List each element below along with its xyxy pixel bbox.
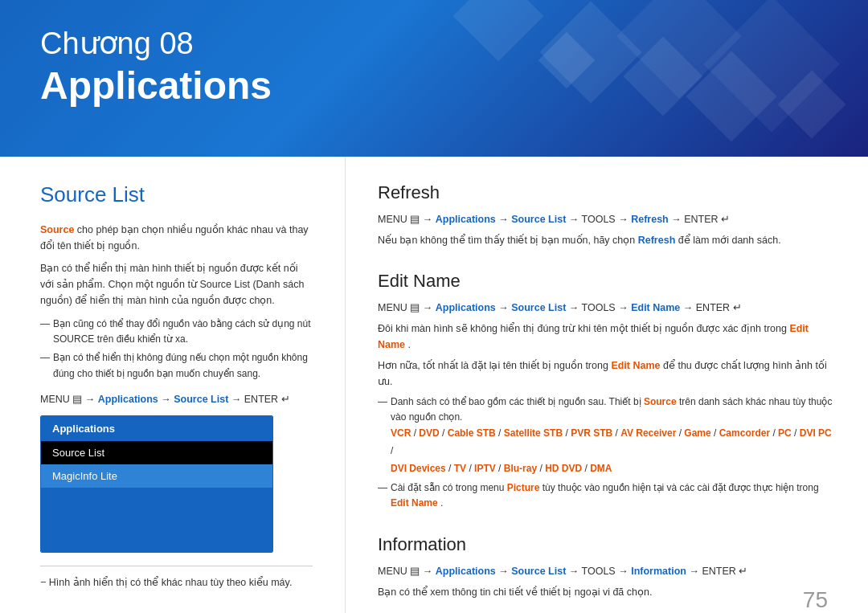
bullet-item-1: Bạn cũng có thể thay đổi nguồn vào bằng … (40, 317, 313, 347)
chapter-title: Applications (40, 63, 828, 109)
chapter-label: Chương 08 (40, 26, 828, 63)
information-desc: Bạn có thể xem thông tin chi tiết về thi… (378, 584, 836, 600)
editname-bullet-list: Danh sách có thể bao gồm các thiết bị ng… (378, 394, 836, 512)
mockup-header-label: Applications (41, 416, 272, 441)
mockup-selected-item: Source List (41, 441, 272, 464)
left-column: Source List Source cho phép bạn chọn nhi… (0, 157, 346, 613)
refresh-desc: Nếu bạn không thể tìm thấy thiết bị bạn … (378, 232, 836, 248)
refresh-menu-path: MENU ▤ → Applications → Source List → TO… (378, 211, 836, 227)
source-intro-p2: Bạn có thể hiển thị màn hình thiết bị ng… (40, 260, 313, 309)
source-bullet-list: Bạn cũng có thể thay đổi nguồn vào bằng … (40, 317, 313, 382)
editname-desc1: Đôi khi màn hình sẽ không hiển thị đúng … (378, 321, 836, 353)
editname-menu-path: MENU ▤ → Applications → Source List → TO… (378, 300, 836, 316)
page-number: 75 (803, 587, 828, 613)
source-intro-p1: Source cho phép bạn chọn nhiều nguồn khá… (40, 222, 313, 254)
editname-desc2: Hơn nữa, tốt nhất là đặt lại tên thiết b… (378, 358, 836, 390)
right-column: Refresh MENU ▤ → Applications → Source L… (346, 157, 868, 613)
menu-label: MENU (40, 394, 70, 405)
ui-mockup: Applications Source List MagicInfo Lite (40, 415, 273, 553)
editname-bullet-2: Cài đặt sẵn có trong menu Picture tùy th… (378, 480, 836, 511)
main-content: Source List Source cho phép bạn chọn nhi… (0, 157, 868, 613)
refresh-title: Refresh (378, 182, 836, 203)
page-header: Chương 08 Applications (0, 0, 868, 157)
device-list: VCR / DVD / Cable STB / Satellite STB / … (391, 427, 832, 473)
mockup-list-item: MagicInfo Lite (41, 464, 272, 488)
bullet-item-2: Bạn có thể hiển thị không đúng nếu chọn … (40, 350, 313, 381)
information-menu-path: MENU ▤ → Applications → Source List → TO… (378, 563, 836, 579)
source-list-title: Source List (40, 182, 313, 207)
menu-source: Source List (174, 394, 228, 405)
source-highlight: Source (40, 224, 74, 235)
menu-apps: Applications (98, 394, 158, 405)
information-title: Information (378, 534, 836, 555)
mockup-spacer (41, 488, 272, 552)
header-title: Chương 08 Applications (40, 26, 828, 108)
editname-title: Edit Name (378, 271, 836, 292)
menu-path-left: MENU ▤ → Applications → Source List → EN… (40, 391, 313, 407)
mockup-caption: − Hình ảnh hiển thị có thể khác nhau tùy… (40, 566, 313, 591)
editname-bullet-1: Danh sách có thể bao gồm các thiết bị ng… (378, 394, 836, 477)
refresh-highlight: Refresh (638, 235, 676, 246)
